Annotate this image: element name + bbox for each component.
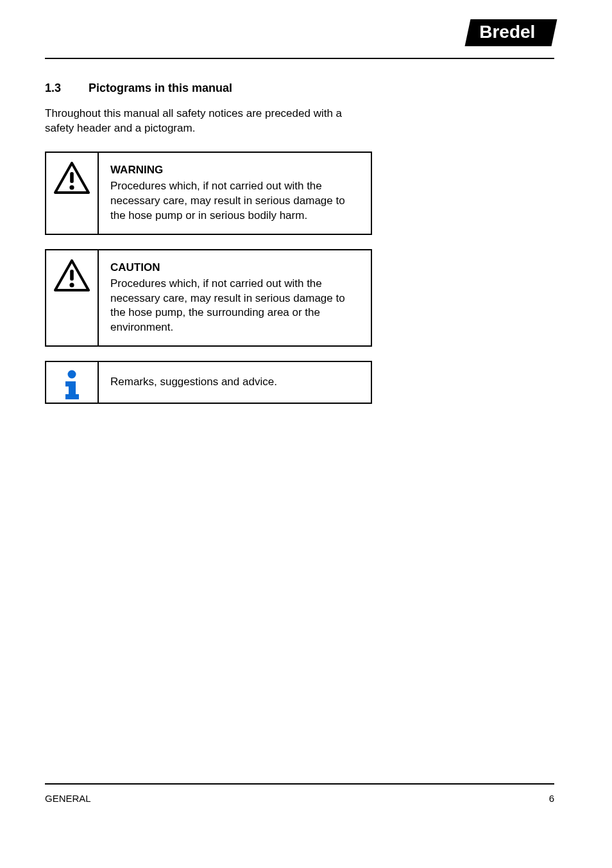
callout-text: WARNING Procedures which, if not carried…	[99, 152, 372, 235]
callout-warning: WARNING Procedures which, if not carried…	[45, 152, 372, 235]
header: Bredel	[45, 19, 554, 59]
callout-icon-cell	[45, 361, 99, 404]
svg-point-5	[69, 282, 74, 287]
brand-logo: Bredel	[464, 19, 557, 46]
callout-body: Procedures which, if not carried out wit…	[110, 180, 345, 221]
brand-text: Bredel	[479, 22, 535, 42]
callout-text: CAUTION Procedures which, if not carried…	[99, 249, 372, 347]
callout-body: Remarks, suggestions and advice.	[110, 376, 277, 388]
svg-point-2	[69, 185, 74, 189]
callout-body: Procedures which, if not carried out wit…	[110, 277, 345, 334]
footer: GENERAL 6	[45, 793, 554, 804]
info-icon	[62, 370, 82, 401]
footer-divider	[45, 783, 554, 785]
svg-point-6	[68, 370, 76, 379]
section-number: 1.3	[45, 82, 89, 95]
callout-heading: CAUTION	[110, 261, 359, 275]
svg-rect-4	[70, 270, 74, 281]
callout-text: Remarks, suggestions and advice.	[99, 361, 372, 404]
warning-icon	[54, 259, 90, 291]
section-heading: 1.3Pictograms in this manual	[45, 82, 554, 95]
footer-page-number: 6	[549, 793, 554, 804]
content-area: 1.3Pictograms in this manual Throughout …	[45, 59, 554, 404]
svg-rect-1	[70, 172, 74, 183]
footer-left: GENERAL	[45, 793, 91, 804]
section-title: Pictograms in this manual	[89, 82, 232, 94]
callout-info: Remarks, suggestions and advice.	[45, 361, 372, 404]
warning-icon	[54, 162, 90, 194]
callout-icon-cell	[45, 249, 99, 347]
callout-caution: CAUTION Procedures which, if not carried…	[45, 249, 372, 347]
intro-paragraph: Throughout this manual all safety notice…	[45, 107, 372, 136]
callout-icon-cell	[45, 152, 99, 235]
callout-heading: WARNING	[110, 163, 359, 178]
